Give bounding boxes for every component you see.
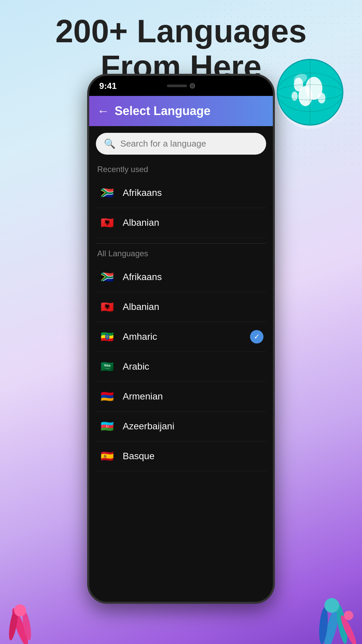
app-header: ← Select Language [89, 96, 273, 126]
svg-point-5 [318, 93, 325, 103]
header-title: Select Language [115, 104, 210, 118]
list-item[interactable]: 🇦🇱 Albanian [96, 208, 266, 238]
flag-armenian: 🇦🇲 [99, 388, 116, 405]
list-item[interactable]: 🇪🇹 Amharic ✓ [96, 322, 266, 352]
search-icon: 🔍 [104, 138, 116, 149]
lang-name-afrikaans-recent: Afrikaans [123, 187, 263, 198]
lang-name-azerbaijani: Azeerbaijani [123, 421, 263, 432]
flag-azerbaijani: 🇦🇿 [99, 418, 116, 435]
back-button[interactable]: ← [97, 104, 109, 118]
list-item[interactable]: 🇦🇲 Armenian [96, 382, 266, 412]
phone-notch [154, 80, 208, 92]
svg-point-21 [344, 611, 353, 620]
volume-down-button [273, 207, 275, 230]
phone-content: 🔍 Recently used 🇿🇦 Afrikaans 🇦🇱 Albanian… [89, 126, 273, 602]
flag-arabic: 🇸🇦 [99, 358, 116, 375]
phone-speaker [167, 85, 187, 87]
svg-point-19 [324, 598, 339, 613]
phone-frame: 9:41 ← Select Language 🔍 Recently used 🇿… [87, 74, 275, 604]
all-languages-label: All Languages [97, 249, 266, 258]
section-divider [96, 243, 266, 244]
search-bar[interactable]: 🔍 [96, 133, 266, 155]
phone-volume-buttons [273, 176, 275, 230]
decoration-flower-left [0, 577, 40, 644]
list-item[interactable]: 🇪🇸 Basque [96, 441, 266, 471]
recently-used-label: Recently used [97, 165, 266, 174]
lang-name-albanian: Albanian [123, 302, 263, 312]
flag-albanian-recent: 🇦🇱 [99, 214, 116, 231]
phone-time: 9:41 [99, 81, 117, 91]
lang-name-arabic: Arabic [123, 361, 263, 372]
lang-name-afrikaans: Afrikaans [123, 272, 263, 282]
phone-camera [190, 83, 195, 89]
flag-albanian: 🇦🇱 [99, 298, 116, 316]
list-item[interactable]: 🇸🇦 Arabic [96, 352, 266, 382]
list-item[interactable]: 🇿🇦 Afrikaans [96, 178, 266, 208]
flag-basque: 🇪🇸 [99, 447, 116, 465]
list-item[interactable]: 🇦🇿 Azeerbaijani [96, 412, 266, 441]
search-input[interactable] [120, 139, 258, 149]
flag-afrikaans: 🇿🇦 [99, 268, 116, 286]
list-item[interactable]: 🇿🇦 Afrikaans [96, 262, 266, 292]
flag-afrikaans-recent: 🇿🇦 [99, 184, 116, 202]
decoration-flower-right [302, 560, 362, 644]
globe-icon [272, 54, 349, 131]
phone-status-bar: 9:41 [89, 76, 273, 96]
lang-name-albanian-recent: Albanian [123, 217, 263, 228]
list-item[interactable]: 🇦🇱 Albanian [96, 292, 266, 322]
svg-point-15 [14, 604, 26, 616]
flag-amharic: 🇪🇹 [99, 328, 116, 345]
headline-line1: 200+ Languages [20, 13, 342, 49]
lang-name-amharic: Amharic [123, 331, 243, 342]
selected-check-icon: ✓ [250, 330, 263, 343]
lang-name-armenian: Armenian [123, 391, 263, 402]
volume-up-button [273, 176, 275, 200]
lang-name-basque: Basque [123, 451, 263, 462]
